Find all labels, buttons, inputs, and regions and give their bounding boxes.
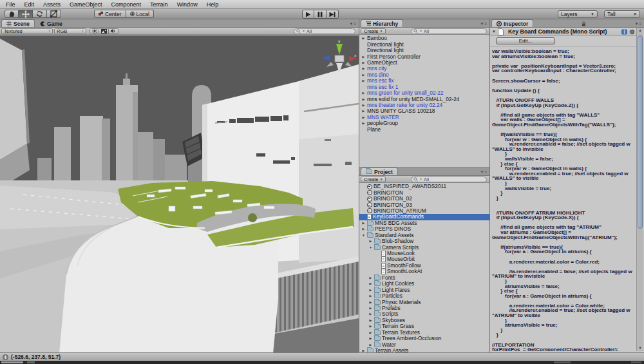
expand-arrow-icon[interactable]: ▶	[361, 108, 366, 114]
project-item[interactable]: SmoothFollow	[359, 263, 489, 269]
skybox-toggle-button[interactable]	[99, 28, 109, 34]
project-item[interactable]: ▶Terrain Assets	[359, 348, 489, 352]
expand-arrow-icon[interactable]: ▶	[361, 115, 366, 120]
expand-arrow-icon[interactable]: ▶	[368, 311, 373, 317]
panel-menu-icon[interactable]: ▼≡	[350, 22, 359, 27]
hierarchy-item[interactable]: ▶mns green for unity small_02-22	[359, 90, 489, 96]
hierarchy-item[interactable]: Directional light	[359, 48, 489, 53]
expand-arrow-icon[interactable]: ▶	[361, 66, 366, 72]
space-local-button[interactable]: Local	[126, 10, 154, 18]
scroll-down-icon[interactable]: ▼	[637, 345, 643, 351]
rotate-tool-button[interactable]	[33, 10, 47, 18]
panel-menu-icon[interactable]: ▼≡	[635, 22, 644, 27]
expand-arrow-icon[interactable]: ▶	[368, 238, 373, 244]
expand-arrow-icon[interactable]: ▶	[361, 120, 366, 126]
menu-help[interactable]: Help	[202, 1, 223, 8]
project-create-button[interactable]: Create ▼	[361, 177, 386, 182]
panel-menu-icon[interactable]: ▼≡	[480, 22, 489, 27]
help-book-icon[interactable]	[621, 29, 627, 35]
expand-arrow-icon[interactable]: ▶	[368, 305, 373, 311]
expand-arrow-icon[interactable]: ▶	[361, 54, 366, 60]
tab-hierarchy[interactable]: Hierarchy	[361, 19, 403, 27]
menu-window[interactable]: Window	[173, 1, 202, 8]
step-button[interactable]	[327, 10, 339, 19]
project-item[interactable]: ▶Trees Ambient-Occlusion	[359, 336, 489, 341]
project-item[interactable]: ▼Standard Assets	[359, 233, 489, 238]
pan-tool-button[interactable]	[5, 10, 19, 18]
play-button[interactable]	[302, 10, 314, 19]
menu-assets[interactable]: Assets	[39, 1, 65, 8]
scale-tool-button[interactable]	[47, 10, 61, 18]
channel-mode-dropdown[interactable]: RGB ↕	[54, 28, 86, 34]
scroll-up-icon[interactable]: ▲	[637, 28, 643, 34]
gear-icon[interactable]	[629, 29, 635, 35]
project-item[interactable]: ▶Fonts	[359, 275, 489, 281]
expand-arrow-icon[interactable]: ▶	[361, 72, 366, 78]
project-item[interactable]: ▶Particles	[359, 293, 489, 299]
expand-arrow-icon[interactable]: ▶	[361, 78, 366, 84]
project-item[interactable]: ▶Skyboxes	[359, 318, 489, 323]
inspector-scrollbar[interactable]: ▲ ▼	[636, 28, 643, 351]
scene-search-field[interactable]: ▼ All	[294, 28, 355, 34]
status-bar[interactable]: ! (-526.6, 237.8, 51.7)	[0, 352, 644, 361]
project-item[interactable]: ▶Light Flares	[359, 287, 489, 292]
expand-arrow-icon[interactable]: ▶	[368, 330, 373, 336]
project-search-field[interactable]: ▼ All	[411, 177, 487, 182]
layout-dropdown[interactable]: Tall ▼	[604, 10, 640, 18]
component-header[interactable]: ▼ Key Board Commands (Mono Script)	[490, 28, 637, 36]
expand-arrow-icon[interactable]: ▶	[361, 35, 366, 41]
expand-arrow-icon[interactable]: ▶	[361, 348, 366, 352]
hierarchy-search-field[interactable]: ▼ All	[411, 28, 487, 34]
expand-arrow-icon[interactable]: ▶	[368, 300, 373, 305]
project-item[interactable]: ▶Scripts	[359, 311, 489, 317]
pause-button[interactable]	[314, 10, 327, 19]
expand-arrow-icon[interactable]: ▶	[368, 318, 373, 323]
project-item[interactable]: ▶Blob-Shadow	[359, 238, 489, 244]
hierarchy-create-button[interactable]: Create ▼	[361, 28, 386, 34]
expand-arrow-icon[interactable]: ▶	[368, 287, 373, 293]
scrollbar-thumb[interactable]	[638, 35, 643, 229]
lighting-toggle-button[interactable]	[90, 28, 99, 34]
expand-arrow-icon[interactable]: ▶	[361, 102, 366, 108]
menu-file[interactable]: File	[1, 1, 20, 8]
expand-arrow-icon[interactable]: ▶	[361, 226, 366, 232]
audio-toggle-button[interactable]	[109, 28, 118, 34]
menu-terrain[interactable]: Terrain	[146, 1, 173, 8]
project-item[interactable]: ▶Water	[359, 341, 489, 347]
expand-arrow-icon[interactable]: ▶	[361, 220, 366, 226]
project-item[interactable]: MouseOrbit	[359, 256, 489, 262]
lock-icon[interactable]	[582, 21, 586, 27]
tab-project[interactable]: Project	[361, 168, 398, 175]
expand-arrow-icon[interactable]: ▶	[368, 336, 373, 341]
project-item[interactable]: SmoothLookAt	[359, 269, 489, 274]
project-item[interactable]: ▶Light Cookies	[359, 281, 489, 287]
expand-arrow-icon[interactable]: ▶	[368, 323, 373, 329]
scene-viewport[interactable]: y x	[0, 35, 359, 352]
move-tool-button[interactable]	[19, 10, 33, 18]
menu-gameobject[interactable]: GameObject	[65, 1, 107, 8]
foldout-icon[interactable]: ▼	[492, 30, 496, 34]
project-item[interactable]: ▼Camera Scripts	[359, 244, 489, 250]
render-mode-dropdown[interactable]: Textured ↕	[1, 28, 53, 34]
panel-menu-icon[interactable]: ▼≡	[480, 170, 489, 175]
expand-arrow-icon[interactable]: ▼	[361, 233, 366, 238]
expand-arrow-icon[interactable]: ▶	[368, 275, 373, 281]
expand-arrow-icon[interactable]: ▼	[368, 245, 373, 251]
project-item[interactable]: BRINGITON_02	[359, 196, 489, 202]
expand-arrow-icon[interactable]: ▶	[361, 60, 366, 66]
project-item[interactable]: MouseLook	[359, 251, 489, 256]
layers-dropdown[interactable]: Layers ▼	[558, 10, 598, 18]
edit-script-button[interactable]: Edit...	[496, 37, 555, 44]
menu-edit[interactable]: Edit	[20, 1, 39, 8]
hierarchy-item[interactable]: Plane	[359, 127, 489, 133]
expand-arrow-icon[interactable]: ▶	[368, 293, 373, 299]
tab-game[interactable]: Game	[35, 19, 68, 27]
expand-arrow-icon[interactable]: ▶	[361, 97, 366, 102]
tab-inspector[interactable]: Inspector	[491, 19, 533, 27]
expand-arrow-icon[interactable]: ▶	[368, 281, 373, 287]
pivot-center-button[interactable]: Center	[94, 10, 126, 18]
project-item[interactable]: ▶Physic Materials	[359, 299, 489, 305]
project-item[interactable]: ▶Prefabs	[359, 305, 489, 311]
tab-scene[interactable]: Scene	[1, 19, 35, 27]
expand-arrow-icon[interactable]: ▶	[361, 90, 366, 96]
